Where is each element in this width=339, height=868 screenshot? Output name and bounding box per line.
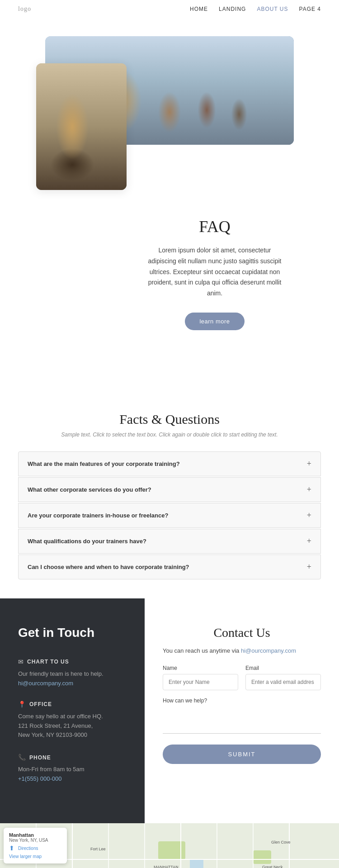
nav-page4[interactable]: PAGE 4 — [299, 6, 321, 12]
chart-label: CHART TO US — [27, 659, 69, 665]
contact-office: 📍 OFFICE Come say hello at our office HQ… — [18, 701, 127, 740]
svg-rect-4 — [253, 850, 271, 864]
facts-title: Facts & Questions — [18, 412, 321, 427]
expand-icon-3: + — [307, 511, 311, 520]
svg-rect-2 — [190, 859, 203, 868]
how-textarea[interactable] — [163, 707, 321, 734]
chart-desc: Our friendly team is here to help. — [18, 669, 127, 679]
directions-link[interactable]: Directions — [18, 846, 38, 851]
svg-text:Fort Lee: Fort Lee — [90, 847, 106, 851]
location-icon: 📍 — [18, 701, 26, 708]
submit-button[interactable]: SUBMIT — [163, 745, 321, 764]
logo: logo — [18, 5, 31, 13]
email-icon: ✉ — [18, 658, 24, 666]
accordion-item-4[interactable]: What qualifications do your trainers hav… — [18, 529, 321, 554]
faq-content: FAQ Lorem ipsum dolor sit amet, consecte… — [18, 181, 321, 348]
navigation: logo HOME LANDING ABOUT US PAGE 4 — [0, 0, 339, 18]
map-address: New York, NY, USA — [9, 838, 61, 843]
email-field: Email — [245, 665, 321, 690]
nav-links: HOME LANDING ABOUT US PAGE 4 — [190, 6, 321, 12]
email-input[interactable] — [245, 674, 321, 690]
accordion-item-2[interactable]: What other corporate services do you off… — [18, 477, 321, 502]
contact-right: Contact Us You can reach us anytime via … — [145, 598, 339, 823]
office-desc: Come say hello at our office HQ. — [18, 712, 127, 721]
contact-section: Get in Touch ✉ CHART TO US Our friendly … — [0, 598, 339, 823]
expand-icon-1: + — [307, 459, 311, 469]
email-label: Email — [245, 665, 321, 671]
hero-overlay-card — [36, 63, 127, 190]
how-help-field: How can we help? — [163, 697, 321, 735]
contact-form: Name Email How can we help? SUBMIT — [163, 665, 321, 764]
office-address1: 121 Rock Street, 21 Avenue, — [18, 721, 127, 731]
learn-more-button[interactable]: learn more — [185, 313, 244, 330]
expand-icon-5: + — [307, 562, 311, 572]
accordion: What are the main features of your corpo… — [18, 451, 321, 579]
accordion-item-5[interactable]: Can I choose where and when to have corp… — [18, 555, 321, 579]
phone-number[interactable]: +1(555) 000-000 — [18, 775, 62, 782]
office-address2: New York, NY 92103-9000 — [18, 730, 127, 740]
contact-us-title: Contact Us — [163, 626, 321, 640]
view-larger-link[interactable]: View larger map — [9, 854, 61, 859]
office-label: OFFICE — [29, 701, 52, 707]
faq-description: Lorem ipsum dolor sit amet, consectetur … — [145, 245, 285, 299]
nav-landing[interactable]: LANDING — [219, 6, 246, 12]
contact-chart: ✉ CHART TO US Our friendly team is here … — [18, 658, 127, 687]
name-input[interactable] — [163, 674, 238, 690]
contact-left: Get in Touch ✉ CHART TO US Our friendly … — [0, 598, 145, 823]
phone-hours: Mon-Fri from 8am to 5am — [18, 765, 127, 774]
map-place: Manhattan — [9, 832, 61, 838]
svg-text:MANHATTAN: MANHATTAN — [154, 865, 179, 868]
map-placeholder: New York Newark MANHATTAN BROOKLYN QUEEN… — [0, 823, 339, 868]
nav-home[interactable]: HOME — [190, 6, 208, 12]
contact-email-link[interactable]: hi@ourcompany.com — [241, 647, 296, 654]
expand-icon-4: + — [307, 536, 311, 546]
map-section: New York Newark MANHATTAN BROOKLYN QUEEN… — [0, 823, 339, 868]
faq-title: FAQ — [145, 217, 285, 236]
phone-icon: 📞 — [18, 754, 26, 761]
reach-text: You can reach us anytime via hi@ourcompa… — [163, 647, 321, 654]
hero-image-area — [18, 36, 321, 181]
map-popup: Manhattan New York, NY, USA ⬆ Directions… — [4, 828, 67, 863]
chart-email[interactable]: hi@ourcompany.com — [18, 680, 73, 687]
name-field: Name — [163, 665, 238, 690]
facts-section: Facts & Questions Sample text. Click to … — [0, 375, 339, 598]
form-name-email-row: Name Email — [163, 665, 321, 690]
get-in-touch-title: Get in Touch — [18, 626, 127, 640]
expand-icon-2: + — [307, 485, 311, 494]
hero-section: FAQ Lorem ipsum dolor sit amet, consecte… — [0, 18, 339, 375]
directions-icon: ⬆ — [9, 844, 14, 852]
accordion-item-3[interactable]: Are your corporate trainers in-house or … — [18, 503, 321, 528]
accordion-item-1[interactable]: What are the main features of your corpo… — [18, 451, 321, 476]
svg-text:Great Neck: Great Neck — [262, 865, 283, 868]
how-label: How can we help? — [163, 697, 321, 704]
nav-about[interactable]: ABOUT US — [257, 6, 288, 12]
svg-text:Glen Cove: Glen Cove — [271, 840, 291, 844]
name-label: Name — [163, 665, 238, 671]
contact-phone: 📞 PHONE Mon-Fri from 8am to 5am +1(555) … — [18, 754, 127, 783]
phone-label: PHONE — [29, 754, 51, 761]
facts-subtitle: Sample text. Click to select the text bo… — [18, 432, 321, 438]
